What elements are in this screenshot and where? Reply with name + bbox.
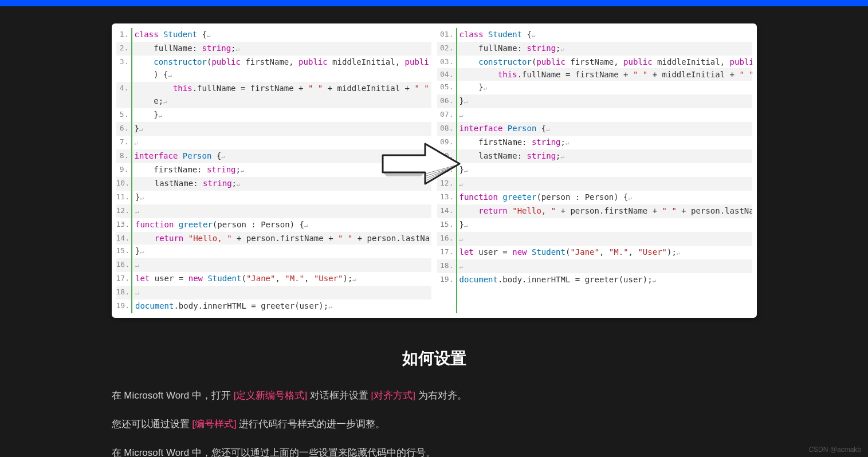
code-text: ↵ — [132, 258, 139, 272]
gutter-line — [131, 28, 132, 313]
code-text: }↵ — [132, 191, 144, 204]
line-number: 7. — [116, 136, 131, 148]
line-number: 5. — [116, 108, 131, 121]
code-text: }↵ — [456, 163, 468, 177]
code-text: firstName: string;↵ — [456, 136, 569, 149]
line-number: 02. — [437, 42, 456, 54]
code-line: 12.↵ — [116, 204, 431, 218]
code-text: e;↵ — [131, 94, 167, 108]
code-text: }↵ — [456, 81, 488, 94]
code-text: let user = new Student("Jane", "M.", "Us… — [132, 272, 356, 286]
line-number: 15. — [116, 245, 132, 257]
code-text: function greeter(person : Person) {↵ — [456, 191, 633, 204]
code-line: 18.↵ — [437, 259, 752, 273]
code-text: function greeter(person : Person) {↵ — [132, 218, 308, 232]
code-line: 10. lastName: string;↵ — [116, 177, 431, 191]
code-line: 07.↵ — [437, 108, 752, 122]
code-line: 04. this.fullName = firstName + " " + mi… — [437, 68, 752, 81]
line-number: 09. — [437, 136, 456, 148]
line-number: 11. — [116, 191, 132, 203]
code-text: let user = new Student("Jane", "M.", "Us… — [456, 246, 681, 259]
gutter-line — [456, 28, 457, 313]
line-number: 1. — [116, 28, 131, 41]
line-number: 6. — [116, 122, 131, 135]
code-text: ↵ — [132, 204, 139, 218]
code-text: return "Hello, " + person.firstName + " … — [456, 204, 752, 218]
code-text: }↵ — [132, 245, 144, 258]
code-line: 05. }↵ — [437, 81, 752, 94]
code-text: ) {↵ — [131, 68, 172, 82]
code-line: 13.function greeter(person : Person) {↵ — [437, 191, 752, 204]
line-number: 05. — [437, 81, 456, 93]
line-number: 10. — [116, 177, 132, 190]
code-text: document.body.innerHTML = greeter(user);… — [456, 273, 657, 287]
code-text: return "Hello, " + person.firstName + " … — [132, 232, 430, 245]
line-number: 4. — [116, 82, 131, 94]
code-text: ↵ — [132, 286, 139, 300]
code-text: fullName: string;↵ — [456, 42, 565, 56]
line-number: 01. — [437, 28, 456, 41]
line-number: 2. — [116, 42, 131, 54]
code-line: 08.interface Person {↵ — [437, 122, 752, 136]
code-text: document.body.innerHTML = greeter(user);… — [132, 300, 332, 313]
line-number: 3. — [116, 56, 131, 68]
code-line: 11.}↵ — [116, 191, 431, 204]
code-line: 15.}↵ — [116, 245, 431, 258]
line-number: 06. — [437, 94, 456, 107]
line-number: 12. — [437, 177, 456, 190]
line-number: 16. — [437, 232, 456, 245]
line-number: 19. — [116, 300, 132, 312]
line-number: 18. — [116, 286, 132, 298]
code-line: 18.↵ — [116, 286, 431, 300]
code-line: 5. }↵ — [116, 108, 431, 122]
code-line: 14. return "Hello, " + person.firstName … — [116, 232, 431, 245]
line-number: 18. — [437, 259, 456, 272]
line-number: 10. — [437, 149, 456, 162]
code-text: interface Person {↵ — [131, 149, 225, 163]
section-heading: 如何设置 — [112, 348, 757, 369]
code-text: lastName: string;↵ — [456, 149, 565, 163]
code-text: lastName: string;↵ — [132, 177, 241, 191]
code-line: 19.document.body.innerHTML = greeter(use… — [116, 300, 431, 313]
line-number: 19. — [437, 273, 456, 286]
line-number: 17. — [437, 246, 456, 258]
code-text: }↵ — [131, 122, 143, 136]
line-number: 8. — [116, 149, 131, 162]
code-line: 7.↵ — [116, 136, 431, 149]
code-text: this.fullName = firstName + " " + middle… — [131, 82, 429, 94]
code-line: 17.let user = new Student("Jane", "M.", … — [437, 246, 752, 259]
line-number: 14. — [437, 204, 456, 217]
line-number: 03. — [437, 56, 456, 68]
code-line: 1.class Student {↵ — [116, 28, 431, 42]
code-pane-left: 1.class Student {↵2. fullName: string;↵3… — [116, 28, 431, 313]
paragraph-1: 在 Microsoft Word 中，打开 [定义新编号格式] 对话框并设置 [… — [112, 388, 757, 404]
line-number: 08. — [437, 122, 456, 135]
code-line: 11.}↵ — [437, 163, 752, 177]
line-number: 16. — [116, 258, 132, 271]
code-line: 01.class Student {↵ — [437, 28, 752, 42]
line-number: 04. — [437, 68, 456, 81]
line-number: 12. — [116, 204, 132, 217]
code-line: 17.let user = new Student("Jane", "M.", … — [116, 272, 431, 286]
code-text: constructor(public firstName, public mid… — [456, 56, 752, 68]
code-line: 2. fullName: string;↵ — [116, 42, 431, 56]
code-line: 15.}↵ — [437, 218, 752, 232]
code-line: 19.document.body.innerHTML = greeter(use… — [437, 273, 752, 287]
line-number: 13. — [437, 191, 456, 203]
code-text: constructor(public firstName, public mid… — [131, 56, 429, 68]
code-line: 16.↵ — [437, 232, 752, 246]
code-text: this.fullName = firstName + " " + middle… — [456, 68, 752, 81]
line-number: 15. — [437, 218, 456, 231]
code-text: }↵ — [131, 108, 163, 122]
code-line: 10. lastName: string;↵ — [437, 149, 752, 163]
watermark: CSDN @acmakb — [808, 446, 861, 454]
code-line: 13.function greeter(person : Person) {↵ — [116, 218, 431, 232]
code-line: e;↵ — [116, 94, 431, 108]
code-line: 03. constructor(public firstName, public… — [437, 56, 752, 68]
code-line: 3. constructor(public firstName, public … — [116, 56, 431, 68]
code-pane-right: 01.class Student {↵02. fullName: string;… — [437, 28, 752, 313]
code-line: ) {↵ — [116, 68, 431, 82]
top-blue-bar — [0, 0, 868, 6]
code-line: 6.}↵ — [116, 122, 431, 136]
code-text: fullName: string;↵ — [131, 42, 240, 56]
